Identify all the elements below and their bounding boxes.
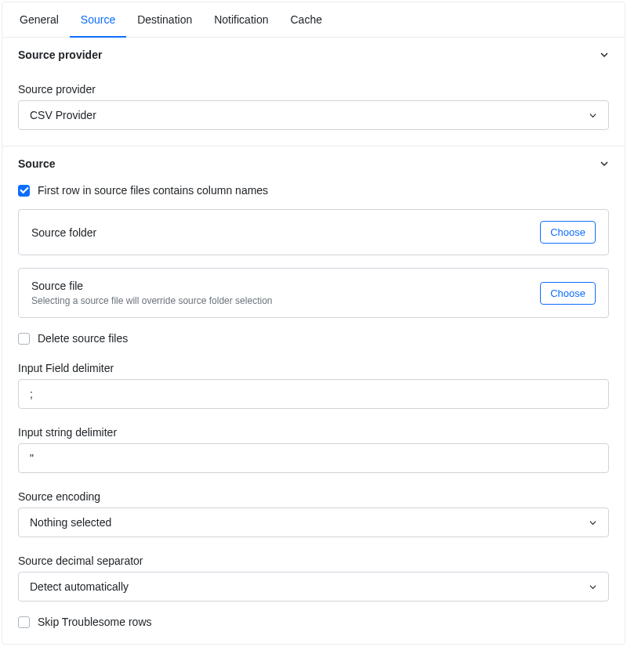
choose-source-file-button[interactable]: Choose [540, 282, 596, 305]
select-decimal-separator[interactable]: Detect automatically [18, 572, 609, 602]
section-header-source[interactable]: Source [2, 146, 625, 181]
tab-notification[interactable]: Notification [203, 2, 279, 37]
chevron-down-icon [588, 582, 597, 591]
input-field-delimiter[interactable] [18, 379, 609, 409]
form-group-decimal-separator: Source decimal separator Detect automati… [18, 555, 609, 602]
select-value: Detect automatically [30, 580, 129, 593]
checkbox-row-delete-source: Delete source files [18, 332, 609, 345]
input-string-delimiter[interactable] [18, 443, 609, 473]
tab-source[interactable]: Source [70, 2, 126, 38]
checkbox-row-first-row: First row in source files contains colum… [18, 184, 609, 197]
section-header-source-provider[interactable]: Source provider [2, 38, 625, 72]
label-delete-source[interactable]: Delete source files [38, 332, 128, 345]
file-row-text: Source folder [31, 226, 96, 239]
label-skip-troublesome[interactable]: Skip Troublesome rows [38, 616, 152, 628]
form-group-encoding: Source encoding Nothing selected [18, 490, 609, 537]
section-source: Source First row in source files contain… [2, 146, 625, 644]
label-first-row[interactable]: First row in source files contains colum… [38, 184, 268, 197]
chevron-down-icon [588, 110, 597, 120]
section-source-provider: Source provider Source provider CSV Prov… [2, 38, 625, 146]
file-row-source-folder: Source folder Choose [18, 209, 609, 255]
choose-source-folder-button[interactable]: Choose [540, 221, 596, 244]
file-row-source-file: Source file Selecting a source file will… [18, 268, 609, 318]
chevron-down-icon [588, 518, 597, 527]
hint-source-file: Selecting a source file will override so… [31, 295, 272, 306]
form-group-field-delimiter: Input Field delimiter [18, 362, 609, 409]
settings-card: General Source Destination Notification … [2, 2, 625, 645]
select-value: Nothing selected [30, 516, 111, 529]
section-title: Source provider [18, 49, 102, 61]
label-source-provider: Source provider [18, 83, 609, 96]
label-decimal-separator: Source decimal separator [18, 555, 609, 567]
label-encoding: Source encoding [18, 490, 609, 503]
checkbox-skip-troublesome[interactable] [18, 616, 30, 628]
chevron-down-icon [600, 159, 609, 168]
checkbox-row-skip-troublesome: Skip Troublesome rows [18, 616, 609, 628]
form-group-provider: Source provider CSV Provider [18, 83, 609, 130]
section-body: Source provider CSV Provider [2, 83, 625, 146]
tab-destination[interactable]: Destination [126, 2, 203, 37]
checkbox-first-row[interactable] [18, 185, 30, 197]
tab-general[interactable]: General [9, 2, 70, 37]
label-field-delimiter: Input Field delimiter [18, 362, 609, 374]
form-group-string-delimiter: Input string delimiter [18, 426, 609, 473]
label-string-delimiter: Input string delimiter [18, 426, 609, 439]
tab-cache[interactable]: Cache [279, 2, 332, 37]
section-title: Source [18, 157, 55, 170]
select-source-provider[interactable]: CSV Provider [18, 100, 609, 130]
tabs-bar: General Source Destination Notification … [2, 2, 625, 38]
select-encoding[interactable]: Nothing selected [18, 508, 609, 537]
chevron-down-icon [600, 50, 609, 60]
checkbox-delete-source[interactable] [18, 333, 30, 345]
label-source-file: Source file [31, 280, 272, 292]
select-value: CSV Provider [30, 109, 96, 121]
section-body: First row in source files contains colum… [2, 184, 625, 644]
file-row-text: Source file Selecting a source file will… [31, 280, 272, 306]
label-source-folder: Source folder [31, 226, 96, 239]
